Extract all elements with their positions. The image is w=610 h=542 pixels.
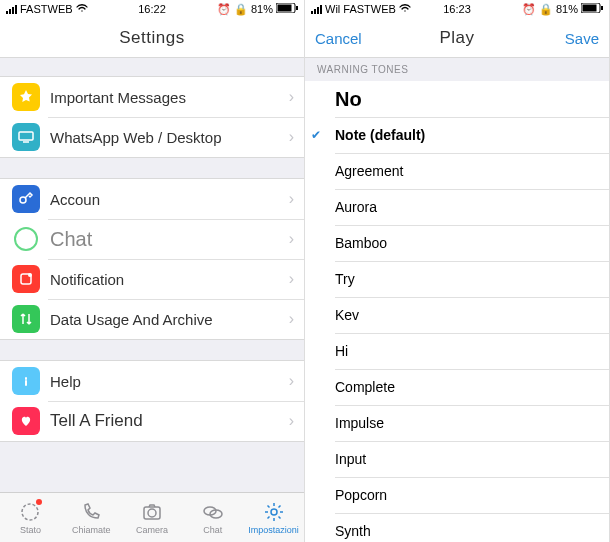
save-button[interactable]: Save [555, 18, 609, 58]
key-icon [12, 185, 40, 213]
tones-pane: Wil FASTWEB 16:23 ⏰ 🔒 81% Cancel Play Sa… [305, 0, 610, 542]
heart-icon [12, 407, 40, 435]
tone-label: Aurora [335, 199, 377, 215]
tab-stato[interactable]: Stato [0, 493, 61, 542]
row-label: Notification [50, 271, 289, 288]
tone-label: Popcorn [335, 487, 387, 503]
tone-no[interactable]: No [305, 81, 609, 117]
tone-label: No [335, 88, 362, 111]
tone-try[interactable]: Try [305, 261, 609, 297]
signal-icon [6, 5, 17, 14]
row-help[interactable]: Help › [0, 361, 304, 401]
row-label: Chat [50, 228, 289, 251]
arrows-icon [12, 305, 40, 333]
tone-aurora[interactable]: Aurora [305, 189, 609, 225]
tones-list: No ✔ Note (default) Agreement Aurora Bam… [305, 81, 609, 542]
wifi-icon [399, 3, 411, 15]
tab-label: Chiamate [72, 525, 111, 535]
settings-list: Important Messages › WhatsApp Web / Desk… [0, 58, 304, 542]
notification-icon [12, 265, 40, 293]
tone-label: Kev [335, 307, 359, 323]
star-icon [12, 83, 40, 111]
check-icon: ✔ [311, 128, 321, 142]
chevron-right-icon: › [289, 310, 294, 328]
row-label: Tell A Friend [50, 411, 289, 431]
chevron-right-icon: › [289, 372, 294, 390]
tab-camera[interactable]: Camera [122, 493, 183, 542]
svg-point-12 [271, 509, 277, 515]
svg-point-7 [22, 504, 38, 520]
tone-label: Hi [335, 343, 348, 359]
tone-input[interactable]: Input [305, 441, 609, 477]
svg-rect-1 [278, 5, 292, 12]
tone-label: Complete [335, 379, 395, 395]
row-chat[interactable]: Chat › [0, 219, 304, 259]
row-whatsapp-web[interactable]: WhatsApp Web / Desktop › [0, 117, 304, 157]
page-title: Settings [119, 28, 184, 48]
status-bar: Wil FASTWEB 16:23 ⏰ 🔒 81% [305, 0, 609, 18]
row-label: WhatsApp Web / Desktop [50, 129, 289, 146]
badge-icon [36, 499, 42, 505]
clock: 16:22 [138, 3, 166, 15]
tab-bar: Stato Chiamate Camera Chat Impostazioni [0, 492, 304, 542]
section-header: WARNING TONES [305, 58, 609, 81]
row-tell-friend[interactable]: Tell A Friend › [0, 401, 304, 441]
wifi-icon [76, 3, 88, 15]
chevron-right-icon: › [289, 88, 294, 106]
row-label: Important Messages [50, 89, 289, 106]
battery-icon [276, 3, 298, 15]
tone-label: Synth [335, 523, 371, 539]
settings-pane: FASTWEB 16:22 ⏰ 🔒 81% Settings Important… [0, 0, 305, 542]
chevron-right-icon: › [289, 230, 294, 248]
tone-synth[interactable]: Synth [305, 513, 609, 542]
row-label: Accoun [50, 191, 289, 208]
tone-kev[interactable]: Kev [305, 297, 609, 333]
tab-label: Camera [136, 525, 168, 535]
chevron-right-icon: › [289, 128, 294, 146]
svg-rect-15 [601, 6, 603, 10]
tone-bamboo[interactable]: Bamboo [305, 225, 609, 261]
battery-icon [581, 3, 603, 15]
svg-rect-14 [583, 5, 597, 12]
tone-label: Try [335, 271, 355, 287]
alarm-icon: ⏰ [522, 3, 536, 16]
lock-icon: 🔒 [539, 3, 553, 16]
status-bar: FASTWEB 16:22 ⏰ 🔒 81% [0, 0, 304, 18]
tone-label: Note (default) [335, 127, 425, 143]
battery-percent: 81% [251, 3, 273, 15]
tone-complete[interactable]: Complete [305, 369, 609, 405]
row-label: Help [50, 373, 289, 390]
chat-ring-icon [12, 225, 40, 253]
tone-impulse[interactable]: Impulse [305, 405, 609, 441]
navbar: Settings [0, 18, 304, 58]
row-important-messages[interactable]: Important Messages › [0, 77, 304, 117]
svg-point-9 [148, 509, 156, 517]
tab-chat[interactable]: Chat [182, 493, 243, 542]
tone-label: Bamboo [335, 235, 387, 251]
cancel-button[interactable]: Cancel [305, 18, 372, 58]
alarm-icon: ⏰ [217, 3, 231, 16]
tone-label: Input [335, 451, 366, 467]
row-account[interactable]: Accoun › [0, 179, 304, 219]
tab-impostazioni[interactable]: Impostazioni [243, 493, 304, 542]
row-data-usage[interactable]: Data Usage And Archive › [0, 299, 304, 339]
page-title: Play [439, 28, 474, 48]
tone-popcorn[interactable]: Popcorn [305, 477, 609, 513]
clock: 16:23 [443, 3, 471, 15]
chevron-right-icon: › [289, 270, 294, 288]
tab-label: Stato [20, 525, 41, 535]
tone-hi[interactable]: Hi [305, 333, 609, 369]
battery-percent: 81% [556, 3, 578, 15]
tone-agreement[interactable]: Agreement [305, 153, 609, 189]
tab-label: Impostazioni [248, 525, 299, 535]
navbar: Cancel Play Save [305, 18, 609, 58]
row-notification[interactable]: Notification › [0, 259, 304, 299]
desktop-icon [12, 123, 40, 151]
row-label: Data Usage And Archive [50, 311, 289, 328]
tab-chiamate[interactable]: Chiamate [61, 493, 122, 542]
chevron-right-icon: › [289, 412, 294, 430]
tone-note-default[interactable]: ✔ Note (default) [305, 117, 609, 153]
tab-label: Chat [203, 525, 222, 535]
carrier-label: Wil FASTWEB [325, 3, 396, 15]
tone-label: Impulse [335, 415, 384, 431]
